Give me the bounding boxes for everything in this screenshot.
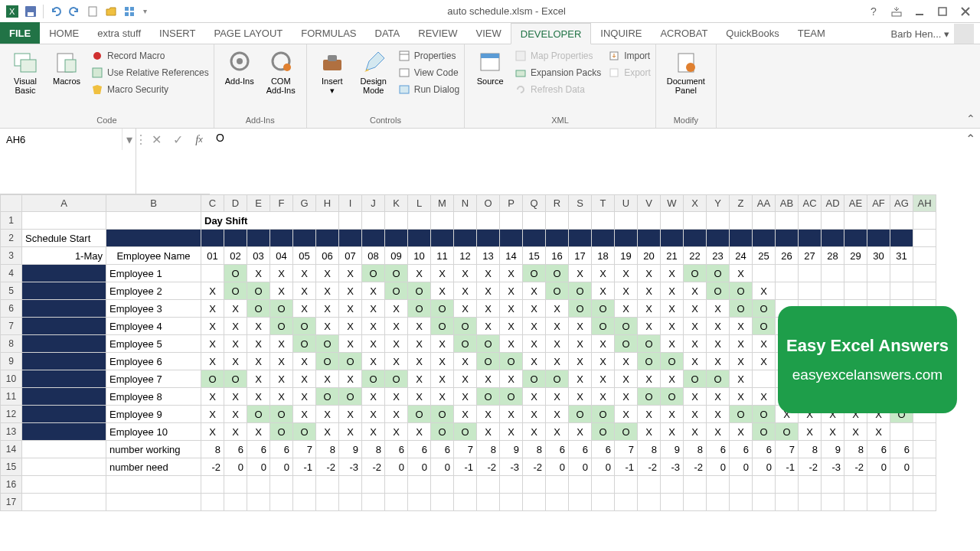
cell[interactable] — [106, 212, 201, 230]
shift-cell[interactable]: X — [385, 300, 408, 318]
shift-cell[interactable]: X — [615, 353, 638, 370]
shift-cell[interactable]: X — [454, 353, 477, 370]
shift-cell[interactable]: X — [707, 423, 730, 441]
cell[interactable] — [638, 230, 661, 247]
col-header-AG[interactable]: AG — [890, 195, 913, 212]
cell[interactable] — [776, 212, 799, 230]
cell[interactable] — [431, 476, 454, 494]
summary-cell[interactable]: 6 — [431, 441, 454, 458]
cell[interactable] — [822, 494, 844, 511]
row-header-17[interactable]: 17 — [1, 494, 22, 511]
shift-cell[interactable]: X — [201, 335, 224, 353]
shift-cell[interactable] — [867, 265, 890, 282]
shift-cell[interactable]: X — [362, 388, 385, 406]
redo-icon[interactable] — [67, 4, 82, 19]
shift-cell[interactable] — [799, 265, 822, 282]
shift-cell[interactable]: O — [776, 423, 799, 441]
summary-cell[interactable]: 6 — [224, 441, 247, 458]
shift-cell[interactable]: X — [730, 353, 753, 370]
summary-cell[interactable]: 8 — [799, 441, 822, 458]
row-header-4[interactable]: 4 — [1, 265, 22, 282]
cell[interactable] — [454, 212, 477, 230]
undo-icon[interactable] — [48, 4, 64, 19]
shift-cell[interactable]: X — [684, 318, 707, 335]
shift-cell[interactable]: X — [247, 335, 270, 353]
shift-cell[interactable]: X — [270, 370, 293, 388]
shift-cell[interactable]: X — [615, 388, 638, 406]
summary-cell[interactable]: 0 — [730, 458, 753, 476]
cell[interactable] — [22, 335, 106, 353]
shift-cell[interactable]: X — [270, 353, 293, 370]
cell[interactable] — [661, 212, 684, 230]
shift-cell[interactable]: X — [339, 318, 362, 335]
tab-review[interactable]: REVIEW — [409, 22, 466, 44]
shift-cell[interactable]: O — [523, 370, 546, 388]
shift-cell[interactable]: X — [270, 265, 293, 282]
shift-cell[interactable]: X — [500, 300, 523, 318]
summary-cell[interactable]: 6 — [592, 441, 615, 458]
cell[interactable] — [707, 212, 730, 230]
cell[interactable] — [707, 476, 730, 494]
shift-cell[interactable]: O — [408, 406, 431, 423]
shift-cell[interactable]: X — [661, 282, 684, 300]
cell[interactable] — [661, 230, 684, 247]
cell[interactable] — [844, 230, 867, 247]
cell[interactable] — [270, 476, 293, 494]
cell[interactable] — [592, 212, 615, 230]
row-header-8[interactable]: 8 — [1, 335, 22, 353]
shift-cell[interactable]: O — [730, 300, 753, 318]
expansion-packs-button[interactable]: Expansion Packs — [514, 64, 601, 81]
summary-cell[interactable]: -3 — [661, 458, 684, 476]
summary-cell[interactable]: 8 — [362, 441, 385, 458]
cell[interactable] — [913, 247, 936, 265]
shift-cell[interactable]: X — [730, 388, 753, 406]
col-header-Y[interactable]: Y — [707, 195, 730, 212]
shift-cell[interactable]: X — [293, 265, 316, 282]
cell[interactable] — [913, 230, 936, 247]
cell[interactable] — [569, 476, 592, 494]
summary-cell[interactable]: 6 — [730, 441, 753, 458]
shift-cell[interactable]: X — [293, 388, 316, 406]
day-header-26[interactable]: 26 — [776, 247, 799, 265]
shift-cell[interactable]: O — [270, 300, 293, 318]
shift-cell[interactable]: X — [316, 318, 339, 335]
col-header-K[interactable]: K — [385, 195, 408, 212]
shift-cell[interactable]: O — [247, 406, 270, 423]
shift-cell[interactable]: X — [293, 406, 316, 423]
shift-cell[interactable]: O — [592, 406, 615, 423]
shift-cell[interactable]: X — [270, 335, 293, 353]
shift-cell[interactable] — [799, 282, 822, 300]
shift-cell[interactable]: X — [661, 318, 684, 335]
summary-cell[interactable]: -2 — [684, 458, 707, 476]
cell[interactable] — [753, 476, 776, 494]
shift-cell[interactable]: O — [408, 300, 431, 318]
shift-cell[interactable]: X — [385, 318, 408, 335]
addins-button[interactable]: Add-Ins — [219, 47, 260, 114]
shift-cell[interactable]: X — [201, 353, 224, 370]
ribbon-options-icon[interactable] — [885, 2, 908, 21]
shift-cell[interactable]: O — [730, 282, 753, 300]
cell[interactable] — [22, 476, 106, 494]
tab-acrobat[interactable]: ACROBAT — [651, 22, 717, 44]
use-relative-references-button[interactable]: Use Relative References — [90, 64, 209, 81]
shift-cell[interactable]: X — [454, 300, 477, 318]
cell[interactable] — [523, 230, 546, 247]
shift-cell[interactable]: X — [247, 353, 270, 370]
shift-cell[interactable]: X — [454, 406, 477, 423]
cell[interactable] — [592, 494, 615, 511]
shift-cell[interactable]: X — [201, 406, 224, 423]
summary-cell[interactable]: 8 — [638, 441, 661, 458]
summary-cell[interactable]: -2 — [201, 458, 224, 476]
cell[interactable] — [890, 476, 913, 494]
col-header-L[interactable]: L — [408, 195, 431, 212]
shift-cell[interactable]: X — [339, 370, 362, 388]
day-header-19[interactable]: 19 — [615, 247, 638, 265]
com-addins-button[interactable]: COM Add-Ins — [260, 47, 302, 114]
cell[interactable] — [799, 212, 822, 230]
cell[interactable] — [224, 476, 247, 494]
col-header-W[interactable]: W — [661, 195, 684, 212]
shift-cell[interactable]: X — [844, 423, 867, 441]
shift-cell[interactable] — [890, 265, 913, 282]
row-header-11[interactable]: 11 — [1, 388, 22, 406]
shift-cell[interactable]: X — [201, 318, 224, 335]
